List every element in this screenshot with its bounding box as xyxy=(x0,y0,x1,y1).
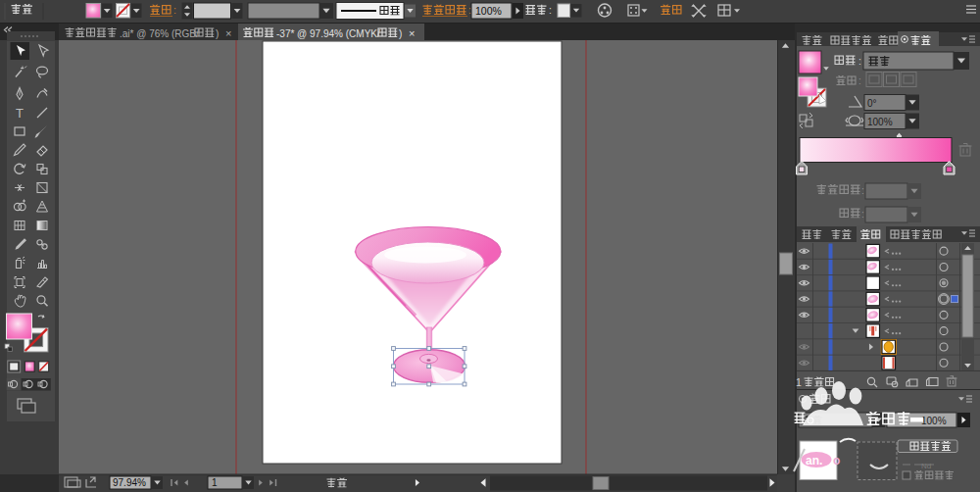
svg-text:97.94%: 97.94% xyxy=(113,477,146,488)
svg-text:1: 1 xyxy=(212,477,218,488)
svg-text:an.: an. xyxy=(806,454,822,467)
svg-text:1: 1 xyxy=(796,376,802,388)
svg-text:0°: 0° xyxy=(867,98,877,109)
svg-text:×: × xyxy=(225,27,231,39)
svg-text:): ) xyxy=(216,28,219,39)
svg-text:.ai* @ 76% (RGB/: .ai* @ 76% (RGB/ xyxy=(120,28,199,39)
svg-text:Nd: Nd xyxy=(921,462,931,470)
svg-text::: : xyxy=(468,4,471,16)
svg-text:100%: 100% xyxy=(921,416,947,426)
svg-text:-37* @ 97.94% (CMYK/: -37* @ 97.94% (CMYK/ xyxy=(276,28,380,39)
svg-text::: : xyxy=(861,208,864,220)
svg-text::: : xyxy=(858,55,861,67)
svg-text:o: o xyxy=(833,454,840,467)
svg-text::: : xyxy=(861,184,864,196)
svg-text:×: × xyxy=(409,27,415,39)
svg-text:100%: 100% xyxy=(867,117,893,127)
svg-text::: : xyxy=(173,4,176,16)
svg-text::: : xyxy=(858,75,861,86)
svg-text:): ) xyxy=(399,28,402,39)
svg-text:T: T xyxy=(16,106,24,121)
svg-text::: : xyxy=(549,4,552,16)
svg-text:100%: 100% xyxy=(475,5,502,17)
